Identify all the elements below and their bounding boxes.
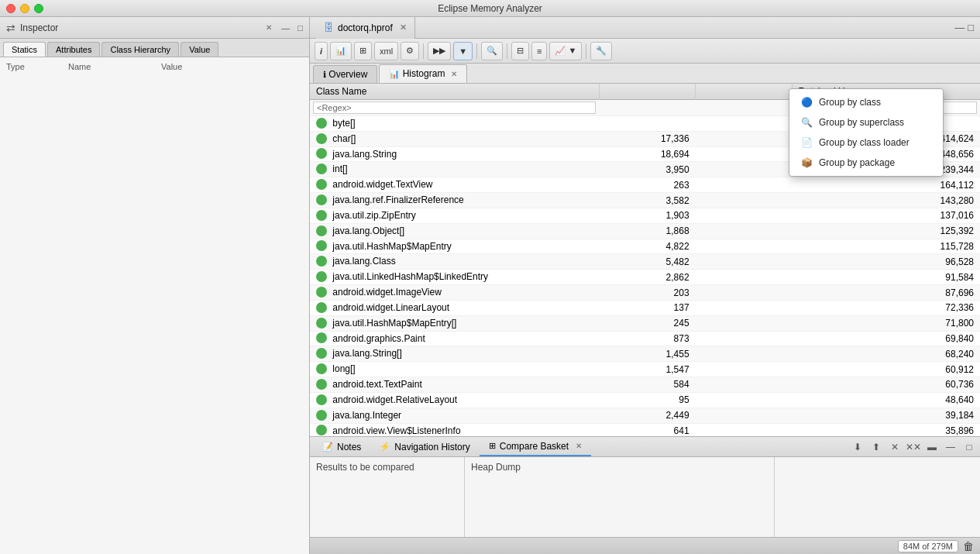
- shallow-heap-cell: [696, 254, 793, 270]
- shallow-heap-cell: [696, 331, 793, 346]
- bottom-maximize-icon[interactable]: □: [961, 439, 977, 455]
- table-row[interactable]: java.lang.ref.FinalizerReference 3,582 1…: [310, 193, 980, 208]
- inspector-close-icon[interactable]: ✕: [264, 23, 273, 33]
- inspector-maximize-icon[interactable]: □: [297, 23, 303, 33]
- table-row[interactable]: android.widget.RelativeLayout 95 48,640: [310, 392, 980, 408]
- tab-attributes[interactable]: Attributes: [47, 42, 100, 57]
- bottom-up-icon[interactable]: ⬆: [868, 439, 884, 455]
- tab-navigation-history[interactable]: ⚡ Navigation History: [370, 439, 479, 456]
- retained-heap-cell: 60,736: [792, 377, 980, 393]
- table-row[interactable]: android.widget.ImageView 203 87,696: [310, 285, 980, 301]
- class-name-cell: android.text.TextPaint: [310, 377, 599, 393]
- close-button[interactable]: [6, 4, 15, 13]
- toolbar-class-btn[interactable]: ⊞: [354, 42, 372, 60]
- compare-basket-icon: ⊞: [489, 441, 496, 451]
- shallow-heap-cell: [696, 239, 793, 254]
- col-type: Type: [6, 62, 68, 71]
- tab-notes[interactable]: 📝 Notes: [313, 439, 370, 456]
- nav-history-label: Navigation History: [394, 442, 469, 452]
- hprof-tab-close[interactable]: ✕: [400, 22, 407, 33]
- table-row[interactable]: android.widget.LinearLayout 137 72,336: [310, 300, 980, 315]
- tab-histogram[interactable]: 📊 Histogram ✕: [379, 64, 466, 83]
- objects-cell: 1,868: [599, 223, 696, 239]
- table-row[interactable]: java.util.LinkedHashMap$LinkedEntry 2,86…: [310, 270, 980, 285]
- dropdown-item-group-by-package[interactable]: 📦 Group by package: [789, 153, 943, 173]
- tab-compare-basket[interactable]: ⊞ Compare Basket ✕: [480, 438, 591, 456]
- toolbar-minus-btn[interactable]: ⊟: [511, 42, 529, 60]
- class-icon: [316, 256, 327, 267]
- table-row[interactable]: android.widget.TextView 263 164,112: [310, 177, 980, 193]
- toolbar-wrench-btn[interactable]: 🔧: [590, 42, 612, 60]
- toolbar-separator-2: [476, 43, 477, 59]
- table-row[interactable]: java.lang.String[] 1,455 68,240: [310, 346, 980, 362]
- group-by-dropdown[interactable]: 🔵 Group by class 🔍 Group by superclass 📄…: [789, 88, 944, 177]
- toolbar-dropdown-btn[interactable]: ▼: [453, 42, 473, 60]
- class-name-cell: java.lang.Integer: [310, 408, 599, 423]
- toolbar-list-btn[interactable]: ≡: [531, 42, 547, 60]
- class-icon: [316, 425, 327, 435]
- main-tab-hprof[interactable]: 🗄 doctorq.hprof ✕: [316, 17, 415, 39]
- retained-heap-cell: 39,184: [792, 408, 980, 423]
- tab-class-hierarchy[interactable]: Class Hierarchy: [101, 42, 179, 57]
- hprof-tab-label: doctorq.hprof: [338, 22, 393, 33]
- table-row[interactable]: java.util.HashMap$MapEntry 4,822 115,728: [310, 239, 980, 254]
- toolbar-separator-4: [586, 43, 586, 59]
- class-icon: [316, 379, 327, 390]
- group-by-classloader-icon: 📄: [800, 136, 813, 149]
- shallow-heap-cell: [696, 146, 793, 162]
- bottom-menu-icon[interactable]: ▬: [924, 439, 940, 455]
- trash-icon[interactable]: 🗑: [963, 540, 974, 552]
- window-minimize-icon[interactable]: —: [954, 22, 965, 33]
- col-objects[interactable]: [599, 84, 696, 100]
- toolbar-xml-btn[interactable]: xml: [374, 42, 398, 60]
- col-class-name[interactable]: Class Name: [310, 84, 599, 100]
- table-row[interactable]: long[] 1,547 60,912: [310, 362, 980, 377]
- bottom-xx-icon[interactable]: ✕✕: [906, 439, 921, 455]
- tab-overview[interactable]: ℹ Overview: [313, 65, 377, 83]
- toolbar-search-btn[interactable]: 🔍: [481, 42, 503, 60]
- col-value: Value: [161, 62, 303, 71]
- bottom-down-icon[interactable]: ⬇: [850, 439, 865, 455]
- maximize-button[interactable]: [34, 4, 43, 13]
- tab-value[interactable]: Value: [181, 42, 218, 57]
- main-tab-bar: 🗄 doctorq.hprof ✕ — □: [310, 17, 980, 39]
- bottom-x-icon[interactable]: ✕: [887, 439, 903, 455]
- col-shallow-heap[interactable]: [696, 84, 793, 100]
- table-row[interactable]: java.lang.Class 5,482 96,528: [310, 254, 980, 270]
- table-row[interactable]: java.util.HashMap$MapEntry[] 245 71,800: [310, 315, 980, 331]
- shallow-heap-cell: [696, 223, 793, 239]
- objects-cell: 263: [599, 177, 696, 193]
- dropdown-item-group-by-superclass[interactable]: 🔍 Group by superclass: [789, 112, 943, 132]
- toolbar-chart-btn[interactable]: 📊: [330, 42, 352, 60]
- results-label: Results to be compared: [316, 462, 414, 473]
- window-maximize-icon[interactable]: □: [968, 22, 974, 33]
- bottom-minimize-icon[interactable]: —: [943, 439, 958, 455]
- toolbar-bar-chart-btn[interactable]: 📈 ▼: [549, 42, 582, 60]
- overview-label: Overview: [328, 69, 367, 80]
- compare-basket-close-icon[interactable]: ✕: [576, 442, 582, 450]
- dropdown-item-group-by-class[interactable]: 🔵 Group by class: [789, 92, 943, 112]
- dropdown-item-group-by-classloader[interactable]: 📄 Group by class loader: [789, 132, 943, 153]
- group-by-package-icon: 📦: [800, 157, 813, 169]
- toolbar-separator-3: [507, 43, 507, 59]
- table-row[interactable]: android.graphics.Paint 873 69,840: [310, 331, 980, 346]
- table-row[interactable]: java.util.zip.ZipEntry 1,903 137,016: [310, 208, 980, 223]
- class-icon: [316, 302, 327, 313]
- inspector-minimize-icon[interactable]: —: [281, 23, 290, 33]
- group-by-superclass-label: Group by superclass: [819, 117, 904, 128]
- inspector-nav-icon[interactable]: ⇄: [6, 22, 15, 34]
- tab-statics[interactable]: Statics: [3, 42, 46, 57]
- minimize-button[interactable]: [20, 4, 29, 13]
- table-row[interactable]: android.text.TextPaint 584 60,736: [310, 377, 980, 393]
- toolbar-run-btn[interactable]: ▶▶: [428, 42, 451, 60]
- toolbar-info-btn[interactable]: i: [315, 42, 328, 60]
- objects-cell: 3,950: [599, 162, 696, 177]
- toolbar-gear-btn[interactable]: ⚙: [401, 42, 419, 60]
- table-row[interactable]: java.lang.Object[] 1,868 125,392: [310, 223, 980, 239]
- table-row[interactable]: java.lang.Integer 2,449 39,184: [310, 408, 980, 423]
- class-name-cell: char[]: [310, 131, 599, 146]
- class-name-filter[interactable]: [313, 102, 596, 114]
- histogram-close-icon[interactable]: ✕: [451, 70, 457, 78]
- table-row[interactable]: android.view.View$ListenerInfo 641 35,89…: [310, 423, 980, 436]
- class-name-cell: android.widget.LinearLayout: [310, 300, 599, 315]
